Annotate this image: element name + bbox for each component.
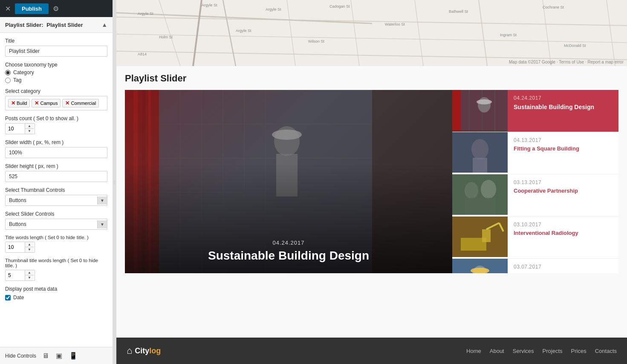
main-slide[interactable]: 04.24.2017 Sustainable Building Design xyxy=(125,90,452,273)
posts-count-up[interactable]: ▲ xyxy=(25,124,34,129)
tag-campus[interactable]: ✕ Campus xyxy=(32,99,61,107)
main-content: Argyle St Argyle St Argyle St Cadogan St… xyxy=(116,0,627,364)
tablet-view-icon[interactable]: ▣ xyxy=(55,351,63,361)
hide-controls-label: Hide Controls xyxy=(5,353,36,359)
display-meta-label: Display post meta data xyxy=(5,286,107,292)
svg-text:Bathwell St: Bathwell St xyxy=(449,9,468,14)
footer-logo-text: Citylog xyxy=(135,347,161,355)
taxonomy-label: Choose taxonomy type xyxy=(5,62,107,68)
footer-nav-about[interactable]: About xyxy=(490,348,504,354)
playlist-item-title: Cooperative Partnership xyxy=(514,188,613,195)
tag-campus-remove[interactable]: ✕ xyxy=(35,100,39,106)
meta-date-checkbox-label[interactable]: Date xyxy=(5,295,107,300)
footer-nav-contacts[interactable]: Contacts xyxy=(595,348,617,354)
playlist-thumb xyxy=(452,174,508,216)
slider-section: 04.24.2017 Sustainable Building Design xyxy=(125,90,618,273)
tag-commercial[interactable]: ✕ Commercial xyxy=(62,99,99,107)
posts-count-input[interactable] xyxy=(6,124,25,133)
svg-text:McDonald St: McDonald St xyxy=(564,43,586,48)
category-label: Select category xyxy=(5,88,107,94)
playlist-info: 04.13.2017 Fitting a Square Building xyxy=(508,132,618,174)
svg-text:Argyle St: Argyle St xyxy=(266,7,281,12)
playlist-info: 03.10.2017 Interventional Radiology xyxy=(508,217,618,258)
posts-count-down[interactable]: ▼ xyxy=(25,129,34,134)
playlist-item-date: 03.13.2017 xyxy=(514,179,613,185)
footer: ⌂ Citylog Home About Services Projects P… xyxy=(116,338,627,364)
thumbnail-controls-arrow[interactable]: ▼ xyxy=(97,196,107,205)
slider-width-input[interactable] xyxy=(5,147,107,158)
left-panel: ✕ Publish ⚙ Playlist Slider: Playlist Sl… xyxy=(0,0,113,364)
footer-nav: Home About Services Projects Prices Cont… xyxy=(466,348,617,354)
slider-controls-arrow[interactable]: ▼ xyxy=(97,220,107,228)
thumbnail-controls-select[interactable]: Buttons Arrows None xyxy=(6,195,97,205)
playlist-item-title: Sustainable Building Design xyxy=(514,103,613,111)
title-input[interactable] xyxy=(5,46,107,57)
close-icon[interactable]: ✕ xyxy=(3,3,12,14)
settings-icon[interactable]: ⚙ xyxy=(51,3,61,14)
playlist-item[interactable]: 04.24.2017 Sustainable Building Design xyxy=(452,90,618,132)
map-background: Argyle St Argyle St Argyle St Cadogan St… xyxy=(116,0,627,66)
svg-point-58 xyxy=(465,182,478,199)
posts-count-spinners: ▲ ▼ xyxy=(25,124,34,134)
slider-controls-select[interactable]: Buttons Arrows None xyxy=(6,219,97,229)
tag-build-remove[interactable]: ✕ xyxy=(11,100,15,106)
map-lines: Argyle St Argyle St Argyle St Cadogan St… xyxy=(116,0,627,66)
panel-divider[interactable]: ⋮ xyxy=(113,0,116,364)
desktop-view-icon[interactable]: 🖥 xyxy=(41,351,50,361)
slider-height-input[interactable] xyxy=(5,171,107,182)
playlist-item-title: Interventional Radiology xyxy=(514,230,613,237)
title-words-up[interactable]: ▲ xyxy=(25,242,34,247)
content-area: Playlist Slider xyxy=(116,66,627,338)
panel-title: Playlist Slider: Playlist Slider xyxy=(5,22,83,28)
playlist-item[interactable]: 03.10.2017 Interventional Radiology xyxy=(452,217,618,259)
title-words-input[interactable] xyxy=(6,243,25,252)
playlist-thumb xyxy=(452,259,508,273)
posts-count-input-wrap: ▲ ▼ xyxy=(5,123,35,134)
thumb-title-words-up[interactable]: ▲ xyxy=(25,270,34,275)
publish-button[interactable]: Publish xyxy=(15,3,49,14)
svg-rect-45 xyxy=(452,90,461,130)
svg-rect-64 xyxy=(482,229,491,242)
tag-commercial-remove[interactable]: ✕ xyxy=(65,100,69,106)
svg-text:Wilson St: Wilson St xyxy=(308,39,325,43)
thumb-title-words-input[interactable] xyxy=(6,271,25,280)
svg-line-6 xyxy=(351,0,359,66)
slider-height-label: Slider height ( px, rem ) xyxy=(5,163,107,169)
playlist-item-date: 04.13.2017 xyxy=(514,137,613,143)
tag-build[interactable]: ✕ Build xyxy=(8,99,30,107)
playlist-item[interactable]: 03.07.2017 Project Underway at CVPH xyxy=(452,259,618,273)
thumb-title-words-spinners: ▲ ▼ xyxy=(25,270,34,280)
thumb-svg xyxy=(452,217,508,257)
title-words-spinners: ▲ ▼ xyxy=(25,242,34,252)
meta-date-checkbox[interactable] xyxy=(5,295,11,300)
footer-nav-home[interactable]: Home xyxy=(466,348,481,354)
thumbnail-controls-select-wrap: Buttons Arrows None ▼ xyxy=(5,195,107,206)
playlist-item[interactable]: 03.13.2017 Cooperative Partnership xyxy=(452,174,618,217)
playlist-info: 03.07.2017 Project Underway at CVPH xyxy=(508,259,618,273)
svg-line-1 xyxy=(116,34,627,43)
radio-tag[interactable]: Tag xyxy=(5,77,107,83)
svg-rect-55 xyxy=(473,158,487,173)
title-words-down[interactable]: ▼ xyxy=(25,247,34,252)
thumb-title-words-down[interactable]: ▼ xyxy=(25,275,34,280)
thumb-svg xyxy=(452,132,508,173)
svg-line-0 xyxy=(116,17,627,26)
footer-nav-services[interactable]: Services xyxy=(513,348,534,354)
footer-nav-projects[interactable]: Projects xyxy=(543,348,563,354)
playlist-sidebar: 04.24.2017 Sustainable Building Design xyxy=(452,90,618,273)
playlist-item[interactable]: 04.13.2017 Fitting a Square Building xyxy=(452,132,618,174)
radio-category[interactable]: Category xyxy=(5,69,107,75)
playlist-info: 04.24.2017 Sustainable Building Design xyxy=(508,90,618,132)
footer-nav-prices[interactable]: Prices xyxy=(571,348,587,354)
playlist-item-title: Project Underway at CVPH xyxy=(514,272,613,273)
svg-text:Argyle St: Argyle St xyxy=(236,29,251,33)
svg-text:Waterloo St: Waterloo St xyxy=(385,22,405,26)
title-words-label: Title words length ( Set 0 to hide title… xyxy=(5,235,107,240)
panel-collapse-icon[interactable]: ▲ xyxy=(101,21,107,28)
mobile-view-icon[interactable]: 📱 xyxy=(68,351,78,361)
playlist-thumb xyxy=(452,217,508,258)
thumb-title-words-label: Thumbnail title words length ( Set 0 to … xyxy=(5,258,107,268)
title-words-input-wrap: ▲ ▼ xyxy=(5,242,35,253)
footer-logo-icon: ⌂ xyxy=(127,345,132,356)
map-area: Argyle St Argyle St Argyle St Cadogan St… xyxy=(116,0,627,66)
